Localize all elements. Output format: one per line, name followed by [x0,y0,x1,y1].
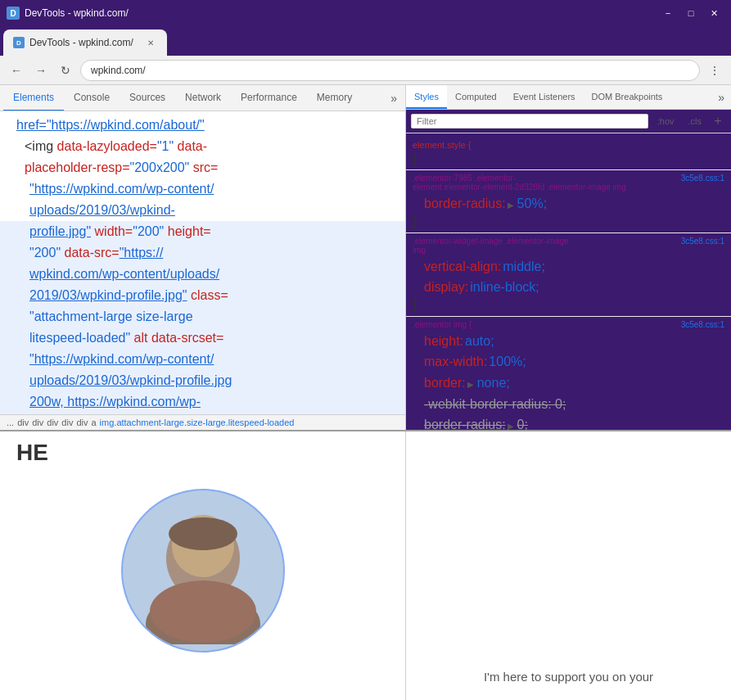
style-section-elementor3: .elementor img { 3c5e8.css:1 height: aut… [406,317,731,430]
filter-input[interactable] [411,114,648,129]
window-controls: − □ ✕ [657,5,724,21]
html-line: "https://wpkind.com/wp-content/ [0,349,405,370]
devtools-left-panel: Elements Console Sources Network Perform… [0,85,405,430]
profile-image [121,489,285,653]
forward-button[interactable]: → [31,61,51,80]
tab-dom-breakpoints[interactable]: DOM Breakpoints [584,85,671,109]
html-line: href="https://wpkind.com/about/" [0,115,405,136]
style-source-3[interactable]: 3c5e8.css:1 [681,320,724,329]
svg-text:D: D [10,9,16,18]
html-line: litespeed-loaded" alt data-srcset= [0,327,405,349]
breadcrumb-div4[interactable]: div [61,418,73,427]
devtools-tabs: Elements Console Sources Network Perform… [0,85,405,111]
style-prop: border-radius: ▶ 0; [413,414,724,430]
style-section-elementor1: .elementor-7985 .elementor-element.eleme… [406,170,731,233]
html-line: uploads/2019/03/wpkind-profile.jpg [0,370,405,391]
minimize-button[interactable]: − [657,5,679,21]
breadcrumb-a[interactable]: a [91,418,96,427]
favicon: D [7,7,20,20]
url-bar[interactable]: wpkind.com/ [80,60,700,81]
hov-toggle[interactable]: :hov [652,114,680,129]
style-section-elementor2: .elementor-widget-image .elementor-image… [406,233,731,317]
page-preview: HE img.attachment-large.size-large.lite … [0,430,731,700]
breadcrumb-div1[interactable]: div [17,418,29,427]
title-bar: D DevTools - wpkind.com/ − □ ✕ [0,0,731,26]
style-source-1[interactable]: 3c5e8.css:1 [681,174,724,183]
tab-memory[interactable]: Memory [307,85,362,111]
maximize-button[interactable]: □ [680,5,702,21]
tabs-bar: D DevTools - wpkind.com/ ✕ [0,26,731,56]
tab-favicon: D [13,37,25,48]
tab-sources[interactable]: Sources [120,85,175,111]
reload-button[interactable]: ↻ [56,61,75,80]
styles-content[interactable]: element.style { } .elementor-7985 .eleme… [406,133,731,430]
html-line: placeholder-resp="200x200" src= [0,157,405,178]
cls-toggle[interactable]: .cls [684,115,707,128]
filter-bar: :hov .cls + [406,110,731,133]
tab-elements[interactable]: Elements [3,85,64,111]
main-content: Elements Console Sources Network Perform… [0,85,731,430]
style-selector-1: .elementor-7985 .elementor-element.eleme… [413,174,724,192]
style-close-brace: } [413,151,724,166]
style-close-brace: } [413,215,724,229]
style-selector-2: .elementor-widget-image .elementor-image… [413,237,724,255]
html-panel[interactable]: href="https://wpkind.com/about/" <img da… [0,111,405,414]
tab-network[interactable]: Network [175,85,231,111]
style-close-brace: } [413,298,724,313]
support-text: I'm here to support you on your [484,670,653,684]
html-line: wpkind.com/wp-content/uploads/ [0,264,405,285]
url-text: wpkind.com/ [91,65,146,76]
tab-event-listeners[interactable]: Event Listeners [505,85,584,109]
tab-performance[interactable]: Performance [231,85,307,111]
menu-button[interactable]: ⋮ [705,61,724,80]
style-section-element: element.style { } [406,137,731,170]
styles-tabs: Styles Computed Event Listeners DOM Brea… [406,85,731,110]
address-bar: ← → ↻ wpkind.com/ ⋮ [0,56,731,85]
html-line: 200w, https://wpkind.com/wp- [0,391,405,413]
html-line: "https://wpkind.com/wp-content/ [0,178,405,200]
close-button[interactable]: ✕ [703,5,724,21]
style-prop: vertical-align: middle; [413,256,724,278]
style-prop: max-width: 100%; [413,351,724,373]
html-line: "attachment-large size-large [0,306,405,327]
profile-image-svg [129,497,277,644]
svg-point-6 [150,580,256,643]
active-tab[interactable]: D DevTools - wpkind.com/ ✕ [3,29,167,56]
style-prop: border: ▶ none; [413,373,724,394]
html-line-selected: profile.jpg" width="200" height= [0,221,405,242]
more-tabs-button[interactable]: » [386,88,402,108]
breadcrumb-div5[interactable]: div [76,418,88,427]
breadcrumb: ... div div div div div a img.attachment… [0,414,405,430]
add-style-button[interactable]: + [710,113,726,129]
breadcrumb-div3[interactable]: div [47,418,58,427]
window-title: DevTools - wpkind.com/ [25,7,657,19]
html-line: 2019/03/wpkind-profile.jpg" class= [0,285,405,306]
tab-label: DevTools - wpkind.com/ [29,37,133,48]
page-right-area: I'm here to support you on your [405,431,731,700]
devtools-right-panel: Styles Computed Event Listeners DOM Brea… [405,85,731,430]
style-selector-3: .elementor img { 3c5e8.css:1 [413,320,724,329]
style-prop: height: auto; [413,331,724,352]
breadcrumb-ellipsis[interactable]: ... [7,418,14,427]
html-line: uploads/2019/03/wpkind- [0,200,405,221]
html-line: "200" data-src="https:// [0,242,405,264]
more-styles-tabs[interactable]: » [711,85,731,109]
svg-point-5 [169,517,237,550]
breadcrumb-img[interactable]: img.attachment-large.size-large.litespee… [100,418,295,427]
breadcrumb-div2[interactable]: div [32,418,43,427]
style-prop: border-radius: ▶ 50%; [413,193,724,215]
style-source-2[interactable]: 3c5e8.css:1 [681,237,724,246]
style-prop: -webkit-border-radius: 0; [413,394,724,415]
html-line: <img data-lazyloaded="1" data- [0,136,405,157]
tab-styles[interactable]: Styles [406,85,447,109]
tab-close-button[interactable]: ✕ [144,36,157,49]
tab-console[interactable]: Console [64,85,120,111]
tab-computed[interactable]: Computed [447,85,505,109]
style-prop: display: inline-block; [413,277,724,298]
back-button[interactable]: ← [7,61,26,80]
heading-partial: HE [0,440,405,466]
style-selector: element.style { [413,140,724,150]
